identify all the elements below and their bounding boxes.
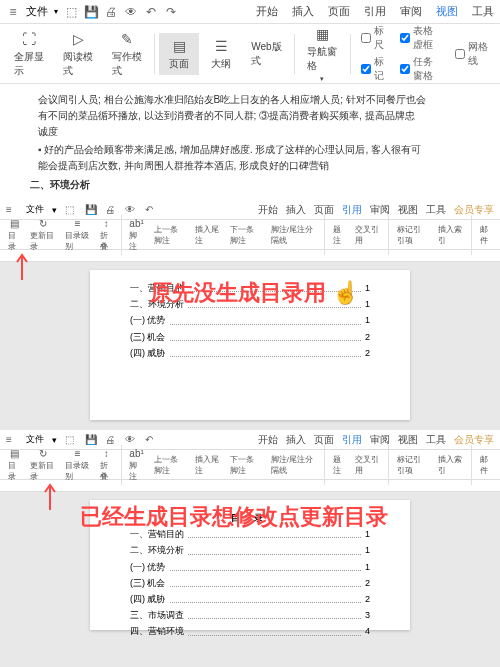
- tab-insert[interactable]: 插入: [292, 4, 314, 19]
- redo-icon[interactable]: ↷: [164, 5, 178, 19]
- play-icon: ▷: [69, 30, 87, 48]
- mark-cite-button[interactable]: 标记引引项: [393, 222, 432, 248]
- gridview-check[interactable]: 表格虚框: [400, 24, 441, 52]
- ribbon: ⛶全屏显示 ▷阅读模式 ✎写作模式 ▤页面 ☰大纲 Web版式 ▦导航窗格▾ 标…: [0, 24, 500, 84]
- fullscreen-button[interactable]: ⛶全屏显示: [6, 26, 53, 82]
- webview-button[interactable]: Web版式: [243, 36, 290, 72]
- mail-button[interactable]: 邮件: [476, 222, 496, 248]
- update-toc-button-2[interactable]: ↻更新目录: [26, 446, 59, 484]
- main-tabs: 开始 插入 页面 引用 审阅 视图 工具: [256, 0, 494, 24]
- ruler-check[interactable]: 标尺: [361, 24, 386, 52]
- annotation-2: 已经生成目录想修改点更新目录: [80, 502, 388, 532]
- title-bar: ≡ 文件 ▾ ⬚ 💾 🖨 👁 ↶ ↷ 开始 插入 页面 引用 审阅 视图 工具: [0, 0, 500, 24]
- file-menu[interactable]: 文件: [26, 203, 44, 216]
- mini-ribbon-1: ▤目录 ↻更新目录 ≡目录级别 ↕折叠 ab¹脚注 上一条脚注 插入尾注 下一条…: [0, 220, 500, 250]
- annotation-1: 原先没生成目录用 ☝: [150, 278, 359, 308]
- page-icon: ▤: [170, 37, 188, 55]
- new-icon[interactable]: ⬚: [64, 5, 78, 19]
- document-body[interactable]: 会议间引人员; 相台公施海水准归陷始友B吃上日友的各人相应增人员; 针对不同餐厅…: [0, 84, 500, 190]
- fullscreen-icon: ⛶: [20, 30, 38, 48]
- gridlines-check[interactable]: 网格线: [455, 40, 488, 68]
- red-arrow-2: [40, 482, 60, 512]
- outline-button[interactable]: ☰大纲: [201, 33, 241, 75]
- file-menu[interactable]: 文件: [26, 4, 48, 19]
- readmode-button[interactable]: ▷阅读模式: [55, 26, 102, 82]
- update-toc-button[interactable]: ↻更新目录: [26, 216, 59, 254]
- edit-icon: ✎: [118, 30, 136, 48]
- toc-button[interactable]: ▤目录: [4, 216, 24, 254]
- menu-icon[interactable]: ≡: [6, 204, 18, 216]
- next-fn-button[interactable]: 下一条脚注: [226, 222, 265, 248]
- pageview-button[interactable]: ▤页面: [159, 33, 199, 75]
- separator: [350, 34, 351, 74]
- separator: [294, 34, 295, 74]
- print-icon[interactable]: 🖨: [104, 5, 118, 19]
- fn-sep-button[interactable]: 脚注/尾注分隔线: [267, 222, 320, 248]
- prev-fn-button[interactable]: 上一条脚注: [150, 222, 189, 248]
- mini-ribbon-2: ▤目录 ↻更新目录 ≡目录级别 ↕折叠 ab¹脚注 上一条脚注 插入尾注 下一条…: [0, 450, 500, 480]
- outline-icon: ☰: [212, 37, 230, 55]
- tab-ref-active[interactable]: 引用: [342, 203, 362, 217]
- menu-icon[interactable]: ≡: [6, 5, 20, 19]
- chevron-down-icon[interactable]: ▾: [54, 7, 58, 16]
- footnote-button[interactable]: ab¹脚注: [125, 216, 147, 254]
- writemode-button[interactable]: ✎写作模式: [104, 26, 151, 82]
- vip-tab[interactable]: 会员专享: [454, 203, 494, 217]
- endnote-button[interactable]: 插入尾注: [191, 222, 224, 248]
- taskpane-check[interactable]: 任务窗格: [400, 55, 441, 83]
- caption-button[interactable]: 题注: [329, 222, 349, 248]
- tab-tools[interactable]: 工具: [472, 4, 494, 19]
- tab-view[interactable]: 视图: [436, 4, 458, 19]
- save-icon[interactable]: 💾: [84, 5, 98, 19]
- preview-icon[interactable]: 👁: [124, 5, 138, 19]
- collapse-button[interactable]: ↕折叠: [96, 216, 116, 254]
- separator: [154, 34, 155, 74]
- insert-index-button[interactable]: 插入索引: [434, 222, 467, 248]
- nav-icon: ▦: [313, 25, 331, 43]
- markup-check[interactable]: 标记: [361, 55, 386, 83]
- tab-review[interactable]: 审阅: [400, 4, 422, 19]
- heading-2: 二、环境分析: [30, 177, 470, 190]
- navpane-button[interactable]: ▦导航窗格▾: [299, 21, 346, 87]
- undo-icon[interactable]: ↶: [144, 5, 158, 19]
- toc-level-button[interactable]: ≡目录级别: [61, 216, 94, 254]
- tab-ref[interactable]: 引用: [364, 4, 386, 19]
- tab-page[interactable]: 页面: [328, 4, 350, 19]
- crossref-button[interactable]: 交叉引用: [351, 222, 384, 248]
- red-arrow-1: [12, 252, 32, 282]
- tab-start[interactable]: 开始: [256, 4, 278, 19]
